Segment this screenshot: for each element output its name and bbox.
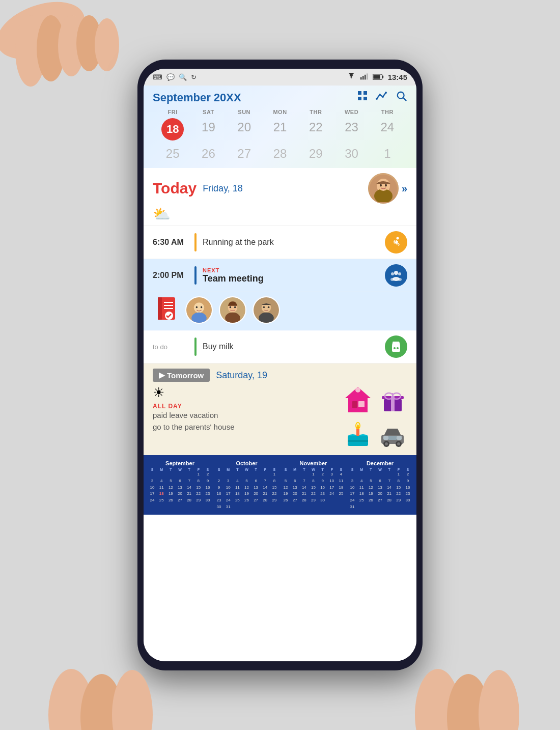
chart-view-icon[interactable]	[376, 91, 388, 105]
svg-point-50	[191, 313, 207, 324]
weekday-sun: SUN	[227, 109, 262, 115]
attendee-3[interactable]	[253, 296, 280, 324]
meeting-details	[144, 292, 416, 330]
event-info-meeting: NEXT Team meeting	[203, 267, 379, 284]
status-bar: ⌨ 💬 🔍 ↻	[144, 69, 416, 86]
weekday-fri: FRI	[155, 109, 190, 115]
event-buy-milk[interactable]: to do Buy milk	[144, 330, 416, 363]
svg-point-40	[390, 278, 395, 281]
event-icon-meeting[interactable]	[385, 264, 407, 287]
svg-point-23	[376, 98, 378, 100]
svg-point-69	[355, 387, 360, 392]
date-26[interactable]: 26	[190, 145, 226, 163]
svg-rect-14	[365, 75, 366, 80]
date-24[interactable]: 24	[370, 118, 405, 141]
svg-rect-68	[358, 401, 365, 407]
today-date: Friday, 18	[203, 183, 243, 194]
calendar-week1: 18 19 20 21 22 23 24	[153, 115, 407, 144]
date-20[interactable]: 20	[227, 118, 262, 141]
wifi-icon	[346, 73, 356, 81]
tomorrow-left-content: ☀ ALL DAY paid leave vacation go to the …	[153, 385, 338, 450]
tomorrow-label: Tomorrow	[167, 371, 204, 380]
tomorrow-arrow-icon: ▶	[159, 371, 165, 380]
mini-cal-oct-title: October	[214, 460, 279, 466]
event-info-running: Running at the park	[203, 238, 379, 247]
calendar-header: September 20XX	[144, 86, 416, 168]
event-team-meeting[interactable]: 2:00 PM NEXT Team meeting	[144, 259, 416, 292]
svg-rect-13	[362, 76, 363, 79]
event-icon-running[interactable]	[385, 231, 407, 254]
weekday-thr1: THR	[298, 109, 333, 115]
event-running[interactable]: 6:30 AM Running at the park	[144, 226, 416, 259]
date-22[interactable]: 22	[298, 118, 333, 141]
today-label: Today	[153, 180, 197, 197]
svg-point-38	[398, 272, 401, 275]
all-day-label: ALL DAY	[153, 403, 338, 410]
date-28[interactable]: 28	[262, 145, 298, 163]
forward-arrows[interactable]: »	[402, 183, 407, 194]
main-content: Today Friday, 18	[144, 168, 416, 661]
phone-device: ⌨ 💬 🔍 ↻	[137, 60, 423, 670]
house-icon	[343, 385, 373, 416]
tomorrow-section: ▶ Tomorrow Saturday, 19 ☀ ALL DAY paid l…	[144, 363, 416, 455]
notebook-icon-area	[155, 296, 177, 324]
mini-cal-nov-title: November	[281, 460, 346, 466]
keyboard-icon: ⌨	[153, 73, 162, 81]
date-25[interactable]: 25	[155, 145, 190, 163]
event-icon-todo[interactable]	[385, 335, 407, 358]
tomorrow-tag[interactable]: ▶ Tomorrow	[153, 369, 210, 382]
svg-point-62	[268, 306, 270, 308]
svg-rect-77	[348, 440, 368, 442]
cake-icon	[343, 422, 373, 450]
svg-rect-82	[383, 436, 388, 440]
svg-point-41	[398, 278, 402, 281]
search-calendar-icon[interactable]	[396, 91, 407, 105]
date-21[interactable]: 21	[262, 118, 298, 141]
grid-view-icon[interactable]	[357, 91, 368, 105]
attendee-2[interactable]	[219, 296, 246, 324]
date-19[interactable]: 19	[190, 118, 226, 141]
date-1[interactable]: 1	[370, 145, 405, 163]
svg-rect-88	[388, 436, 397, 440]
calendar-toolbar	[357, 91, 407, 105]
svg-point-36	[394, 271, 398, 275]
status-right-info: 13:45	[346, 73, 407, 81]
car-icon	[378, 422, 407, 450]
svg-point-52	[201, 306, 202, 308]
next-label: NEXT	[203, 267, 379, 273]
svg-point-51	[196, 306, 198, 308]
weekday-thr2: THR	[370, 109, 405, 115]
date-23[interactable]: 23	[333, 118, 369, 141]
tomorrow-date: Saturday, 19	[216, 370, 267, 381]
event-time-running: 6:30 AM	[153, 238, 188, 247]
date-18[interactable]: 18	[155, 118, 190, 141]
svg-rect-21	[358, 97, 361, 100]
search-status-icon: 🔍	[179, 73, 187, 81]
event-info-todo: Buy milk	[203, 342, 379, 351]
today-avatar[interactable]	[368, 173, 399, 204]
svg-point-64	[394, 347, 396, 349]
svg-rect-19	[358, 91, 361, 95]
svg-rect-12	[360, 77, 361, 80]
time-display: 13:45	[388, 73, 407, 81]
svg-point-80	[357, 425, 359, 428]
mini-cal-dec-title: December	[348, 460, 412, 466]
date-27[interactable]: 27	[227, 145, 262, 163]
tomorrow-right-icons	[338, 385, 407, 450]
event-time-meeting: 2:00 PM	[153, 271, 188, 280]
messages-icon: 💬	[166, 73, 175, 81]
weekday-headers: FRI SAT SUN MON THR WED THR	[153, 109, 407, 115]
svg-point-65	[397, 347, 399, 349]
refresh-icon: ↻	[191, 73, 197, 81]
svg-point-24	[379, 94, 381, 96]
weather-icon-today: ⛅	[153, 206, 171, 222]
svg-rect-63	[392, 345, 400, 352]
svg-point-57	[234, 306, 236, 308]
event-bar-todo	[194, 338, 197, 356]
svg-point-61	[263, 306, 265, 308]
date-29[interactable]: 29	[298, 145, 333, 163]
attendee-1[interactable]	[185, 296, 213, 324]
date-30[interactable]: 30	[333, 145, 369, 163]
svg-point-8	[112, 670, 153, 730]
event-title-todo: Buy milk	[203, 342, 233, 351]
